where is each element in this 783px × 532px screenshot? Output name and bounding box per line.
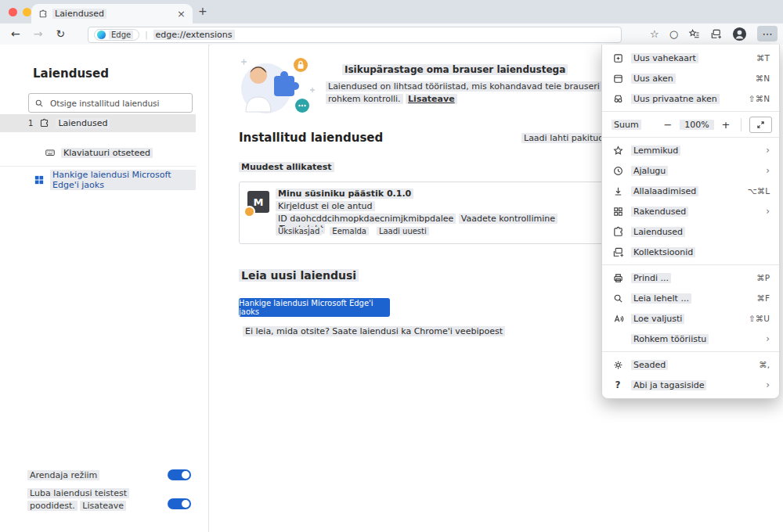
toolbar-right-icons: ☆ ○ ⋯ [650, 25, 778, 42]
sidebar-divider [0, 166, 196, 167]
developer-mode-toggle[interactable] [168, 469, 191, 480]
sidebar-item-keyboard-shortcuts[interactable]: Klaviatuuri otseteed [0, 144, 196, 161]
zoom-value: 100% [680, 120, 714, 130]
collections-icon [612, 246, 624, 258]
browser-essentials-icon[interactable]: ○ [669, 28, 678, 40]
menu-divider [602, 264, 779, 265]
extensions-sidebar: Laiendused 1 Laiendused [0, 45, 209, 532]
hero-illustration [235, 51, 317, 120]
menu-item-downloads[interactable]: Allalaadimised ⌥⌘L [602, 181, 779, 201]
profile-avatar[interactable] [732, 27, 747, 41]
hero-line1: Laiendused on lihtsad tööriistad, mis ko… [326, 81, 648, 92]
url-text[interactable]: edge://extensions [153, 30, 235, 40]
menu-item-help[interactable]: ? Abi ja tagasiside › [602, 375, 779, 395]
search-icon [34, 99, 44, 108]
print-icon [612, 271, 624, 284]
address-bar[interactable]: Edge | edge://extensions [88, 27, 622, 43]
allow-other-stores-text2: poodidest. [27, 501, 78, 511]
sidebar-title: Laiendused [33, 66, 109, 81]
chrome-store-hint-text[interactable]: Ei leia, mida otsite? Saate laiendusi ka… [243, 326, 505, 336]
details-link[interactable]: Üksikasjad [276, 227, 322, 235]
chevron-right-icon: › [766, 333, 770, 344]
zoom-label: Suum [612, 120, 641, 130]
edge-badge[interactable]: Edge [94, 29, 139, 41]
menu-item-label: Abi ja tagasiside [631, 380, 706, 390]
sidebar-item-extensions[interactable]: 1 Laiendused [0, 114, 196, 132]
hero-line2: rohkem kontrolli. Lisateave [326, 94, 457, 104]
hero-title-text: Isikupärastage oma brauser laiendustega [342, 64, 568, 75]
edge-badge-label: Edge [109, 31, 133, 39]
forward-icon[interactable]: → [34, 27, 43, 40]
nav-buttons: ← → ↻ [11, 24, 65, 43]
browser-tab[interactable]: Laiendused × [31, 4, 193, 23]
menu-item-label: Ajalugu [631, 166, 668, 176]
menu-divider [602, 111, 779, 112]
keyboard-icon [45, 147, 56, 158]
menu-item-apps[interactable]: Rakendused › [602, 201, 779, 221]
favorites-bar-icon[interactable] [688, 28, 700, 40]
downloads-icon [612, 185, 624, 197]
menu-item-shortcut: ⌘, [759, 360, 770, 369]
more-menu-button[interactable]: ⋯ [757, 26, 778, 41]
load-unpacked-label: Laadi lahti pakitud [521, 133, 606, 143]
menu-item-label: Allalaadimised [631, 186, 698, 196]
menu-item-new-inprivate[interactable]: Uus privaatne aken ⇧⌘N [602, 88, 779, 109]
allow-other-stores-learn-more-link[interactable]: Lisateave [80, 501, 126, 511]
mac-minimize-button[interactable] [23, 8, 31, 16]
installed-extensions-title: Installitud laiendused [239, 131, 383, 145]
browser-more-menu: Uus vahekaart ⌘T Uus aken ⌘N Uus privaat… [601, 45, 780, 399]
extension-id-text: ID daohcddcihmopkdaecnimjkmibpdalee [276, 214, 456, 224]
menu-item-favorites[interactable]: Lemmikud › [602, 140, 779, 160]
menu-item-new-tab[interactable]: Uus vahekaart ⌘T [602, 48, 779, 68]
hero-learn-more-link[interactable]: Lisateave [406, 94, 457, 104]
more-tools-icon [612, 332, 624, 345]
sidebar-item-label: Laiendused [56, 118, 110, 128]
settings-gear-icon [612, 358, 624, 371]
apps-grid-icon [612, 205, 624, 217]
store-link-label: Hankige laiendusi Microsoft Edge'i jaoks [50, 170, 196, 190]
zoom-out-button[interactable]: − [661, 119, 675, 131]
sidebar-item-badge: 1 [28, 119, 33, 128]
new-window-icon [612, 72, 624, 84]
history-clock-icon [612, 164, 624, 177]
new-tab-button[interactable]: + [198, 5, 207, 17]
menu-item-label: Laiendused [631, 227, 685, 237]
menu-item-shortcut: ⌥⌘L [748, 186, 770, 196]
collections-icon[interactable] [710, 28, 722, 40]
menu-item-find[interactable]: Leia lehelt ... ⌘F [602, 288, 779, 308]
other-sources-text: Muudest allikatest [239, 162, 334, 172]
menu-item-extensions[interactable]: Laiendused [602, 221, 779, 242]
load-unpacked-button[interactable]: Laadi lahti pakitud [521, 133, 606, 143]
menu-item-label: Rohkem tööriistu [631, 334, 709, 344]
menu-item-collections[interactable]: Kollektsioonid [602, 242, 779, 262]
menu-item-new-window[interactable]: Uus aken ⌘N [602, 68, 779, 88]
chrome-store-hint: Ei leia, mida otsite? Saate laiendusi ka… [243, 326, 505, 336]
get-extensions-button[interactable]: Hankige laiendusi Microsoft Edge'i jaoks [239, 298, 390, 317]
inspect-views-link[interactable]: Vaadete kontrollimine [459, 214, 557, 224]
menu-item-shortcut: ⌘N [756, 74, 770, 83]
chevron-right-icon: › [766, 145, 770, 156]
menu-item-label: Uus privaatne aken [631, 94, 720, 104]
mac-close-button[interactable] [9, 8, 17, 16]
reload-icon[interactable]: ↻ [56, 27, 65, 40]
allow-other-stores-toggle[interactable] [168, 498, 191, 509]
search-input[interactable] [49, 98, 186, 109]
tab-close-icon[interactable]: × [177, 8, 186, 20]
zoom-in-button[interactable]: + [719, 119, 733, 131]
search-box[interactable] [28, 93, 193, 113]
discover-title-text: Leia uusi laiendusi [239, 269, 359, 282]
menu-item-settings[interactable]: Seaded ⌘, [602, 354, 779, 375]
sidebar-store-link[interactable]: Hankige laiendusi Microsoft Edge'i jaoks [0, 171, 196, 189]
menu-divider [602, 351, 779, 352]
developer-mode-text: Arendaja režiim [27, 470, 99, 480]
menu-item-read-aloud[interactable]: Loe valjusti ⇧⌘U [602, 308, 779, 329]
menu-item-more-tools[interactable]: Rohkem tööriistu › [602, 329, 779, 349]
menu-item-history[interactable]: Ajalugu › [602, 160, 779, 181]
reload-link[interactable]: Laadi uuesti [377, 227, 429, 235]
fullscreen-button[interactable] [749, 117, 772, 133]
edge-logo-icon [97, 31, 106, 39]
add-favorite-star-icon[interactable]: ☆ [650, 28, 659, 40]
menu-item-print[interactable]: Prindi ... ⌘P [602, 268, 779, 288]
remove-link[interactable]: Eemalda [330, 227, 369, 235]
back-icon[interactable]: ← [11, 27, 20, 40]
